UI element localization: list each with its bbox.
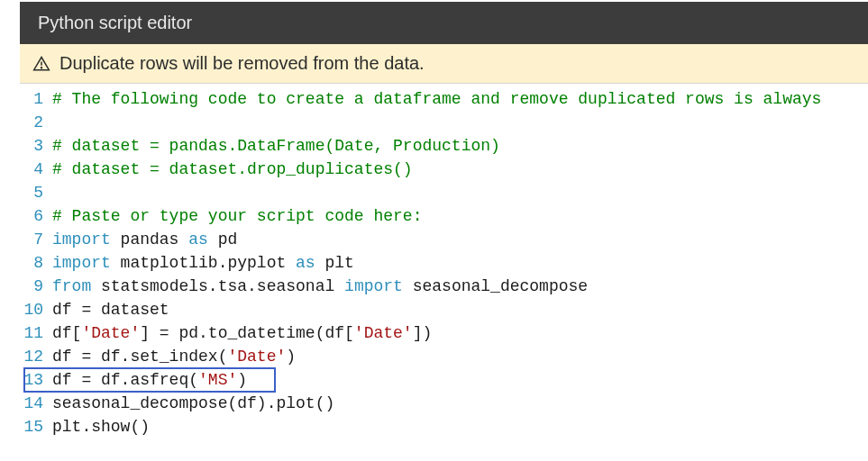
code-line[interactable]: 9from statsmodels.tsa.seasonal import se… bbox=[20, 275, 868, 298]
code-line[interactable]: 10df = dataset bbox=[20, 298, 868, 321]
code-content[interactable]: # The following code to create a datafra… bbox=[52, 87, 868, 111]
line-number: 6 bbox=[20, 204, 52, 228]
line-number: 11 bbox=[20, 321, 52, 345]
line-number: 7 bbox=[20, 228, 52, 251]
code-line[interactable]: 14seasonal_decompose(df).plot() bbox=[20, 392, 868, 415]
line-number: 15 bbox=[20, 415, 52, 438]
code-line[interactable]: 6# Paste or type your script code here: bbox=[20, 204, 868, 228]
code-line[interactable]: 13df = df.asfreq('MS') bbox=[20, 368, 868, 392]
editor-container: Python script editor Duplicate rows will… bbox=[0, 0, 868, 438]
code-editor[interactable]: 1# The following code to create a datafr… bbox=[20, 84, 868, 438]
code-content[interactable]: import pandas as pd bbox=[52, 228, 868, 251]
line-number: 2 bbox=[20, 111, 52, 134]
code-content[interactable] bbox=[52, 181, 868, 204]
code-line[interactable]: 5 bbox=[20, 181, 868, 204]
code-content[interactable]: # dataset = dataset.drop_duplicates() bbox=[52, 158, 868, 181]
line-number: 13 bbox=[20, 368, 52, 392]
code-content[interactable]: df = dataset bbox=[52, 298, 868, 321]
code-line[interactable]: 1# The following code to create a datafr… bbox=[20, 87, 868, 111]
code-line[interactable]: 3# dataset = pandas.DataFrame(Date, Prod… bbox=[20, 134, 868, 158]
code-line[interactable]: 8import matplotlib.pyplot as plt bbox=[20, 251, 868, 275]
code-line[interactable]: 11df['Date'] = pd.to_datetime(df['Date']… bbox=[20, 321, 868, 345]
editor-header: Python script editor bbox=[20, 2, 868, 44]
line-number: 14 bbox=[20, 392, 52, 415]
warning-text: Duplicate rows will be removed from the … bbox=[59, 53, 425, 74]
line-number: 8 bbox=[20, 251, 52, 275]
line-number: 1 bbox=[20, 87, 52, 111]
editor-title: Python script editor bbox=[38, 13, 192, 32]
code-content[interactable]: plt.show() bbox=[52, 415, 868, 438]
line-number: 5 bbox=[20, 181, 52, 204]
line-number: 12 bbox=[20, 345, 52, 368]
code-content[interactable]: import matplotlib.pyplot as plt bbox=[52, 251, 868, 275]
code-content[interactable]: from statsmodels.tsa.seasonal import sea… bbox=[52, 275, 868, 298]
line-number: 4 bbox=[20, 158, 52, 181]
line-number: 10 bbox=[20, 298, 52, 321]
warning-banner: Duplicate rows will be removed from the … bbox=[20, 44, 868, 84]
line-number: 9 bbox=[20, 275, 52, 298]
warning-icon bbox=[32, 55, 50, 73]
line-number: 3 bbox=[20, 134, 52, 158]
code-line[interactable]: 12df = df.set_index('Date') bbox=[20, 345, 868, 368]
code-line[interactable]: 2 bbox=[20, 111, 868, 134]
svg-point-1 bbox=[41, 67, 42, 68]
code-line[interactable]: 7import pandas as pd bbox=[20, 228, 868, 251]
code-content[interactable]: df = df.asfreq('MS') bbox=[52, 368, 868, 392]
code-content[interactable]: df['Date'] = pd.to_datetime(df['Date']) bbox=[52, 321, 868, 345]
code-content[interactable]: # dataset = pandas.DataFrame(Date, Produ… bbox=[52, 134, 868, 158]
code-content[interactable]: seasonal_decompose(df).plot() bbox=[52, 392, 868, 415]
code-content[interactable]: df = df.set_index('Date') bbox=[52, 345, 868, 368]
code-line[interactable]: 4# dataset = dataset.drop_duplicates() bbox=[20, 158, 868, 181]
code-content[interactable] bbox=[52, 111, 868, 134]
code-content[interactable]: # Paste or type your script code here: bbox=[52, 204, 868, 228]
code-line[interactable]: 15plt.show() bbox=[20, 415, 868, 438]
